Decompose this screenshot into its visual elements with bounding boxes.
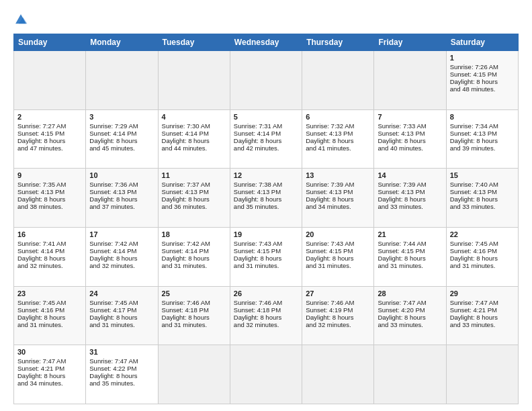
day-number: 30 <box>17 348 82 356</box>
day-number: 16 <box>17 230 82 238</box>
daylight-text: Daylight: 8 hours <box>450 255 515 262</box>
daylight-text-2: and 31 minutes. <box>162 262 226 269</box>
daylight-text: Daylight: 8 hours <box>17 372 82 379</box>
calendar-cell: 23Sunrise: 7:45 AMSunset: 4:16 PMDayligh… <box>14 286 86 345</box>
sunset-text: Sunset: 4:13 PM <box>162 188 226 195</box>
sunset-text: Sunset: 4:13 PM <box>306 130 370 137</box>
sunrise-text: Sunrise: 7:26 AM <box>450 63 515 71</box>
daylight-text: Daylight: 8 hours <box>450 78 515 85</box>
daylight-text: Daylight: 8 hours <box>162 137 226 144</box>
daylight-text: Daylight: 8 hours <box>306 314 370 321</box>
daylight-text: Daylight: 8 hours <box>17 255 82 262</box>
calendar-week-row: 2Sunrise: 7:27 AMSunset: 4:15 PMDaylight… <box>14 109 519 169</box>
calendar-cell: 4Sunrise: 7:30 AMSunset: 4:14 PMDaylight… <box>158 109 230 169</box>
day-number: 28 <box>378 289 442 298</box>
sunrise-text: Sunrise: 7:38 AM <box>234 181 298 188</box>
sunset-text: Sunset: 4:13 PM <box>450 188 515 195</box>
calendar-cell: 17Sunrise: 7:42 AMSunset: 4:14 PMDayligh… <box>86 227 158 286</box>
sunrise-text: Sunrise: 7:47 AM <box>450 299 515 306</box>
calendar-cell: 19Sunrise: 7:43 AMSunset: 4:15 PMDayligh… <box>230 227 302 286</box>
daylight-text: Daylight: 8 hours <box>89 372 154 379</box>
sunrise-text: Sunrise: 7:27 AM <box>17 122 82 130</box>
daylight-text-2: and 41 minutes. <box>306 144 370 152</box>
daylight-text: Daylight: 8 hours <box>89 255 154 262</box>
sunset-text: Sunset: 4:13 PM <box>234 188 298 195</box>
calendar-table: SundayMondayTuesdayWednesdayThursdayFrid… <box>13 34 519 404</box>
daylight-text: Daylight: 8 hours <box>450 314 515 321</box>
sunrise-text: Sunrise: 7:37 AM <box>162 181 226 188</box>
daylight-text: Daylight: 8 hours <box>89 314 154 321</box>
sunrise-text: Sunrise: 7:36 AM <box>89 181 154 188</box>
sunset-text: Sunset: 4:13 PM <box>378 130 442 137</box>
sunset-text: Sunset: 4:17 PM <box>89 306 154 314</box>
day-header-wednesday: Wednesday <box>230 34 302 51</box>
day-number: 18 <box>162 230 226 238</box>
daylight-text-2: and 32 minutes. <box>306 321 370 328</box>
sunrise-text: Sunrise: 7:47 AM <box>17 357 82 365</box>
sunset-text: Sunset: 4:14 PM <box>162 130 226 137</box>
calendar-cell <box>374 51 446 110</box>
sunset-text: Sunset: 4:13 PM <box>450 130 515 137</box>
sunset-text: Sunset: 4:14 PM <box>17 247 82 255</box>
calendar-cell: 20Sunrise: 7:43 AMSunset: 4:15 PMDayligh… <box>302 227 374 286</box>
sunrise-text: Sunrise: 7:45 AM <box>450 240 515 247</box>
daylight-text: Daylight: 8 hours <box>89 137 154 144</box>
calendar-week-row: 16Sunrise: 7:41 AMSunset: 4:14 PMDayligh… <box>14 227 519 286</box>
logo-icon <box>13 12 28 27</box>
day-number: 5 <box>234 113 298 121</box>
sunrise-text: Sunrise: 7:34 AM <box>450 122 515 130</box>
daylight-text-2: and 35 minutes. <box>89 379 154 387</box>
calendar-cell <box>374 345 446 404</box>
sunrise-text: Sunrise: 7:42 AM <box>162 240 226 247</box>
calendar-cell: 7Sunrise: 7:33 AMSunset: 4:13 PMDaylight… <box>374 109 446 169</box>
daylight-text-2: and 45 minutes. <box>89 144 154 152</box>
daylight-text-2: and 31 minutes. <box>306 262 370 269</box>
daylight-text-2: and 33 minutes. <box>450 321 515 328</box>
sunset-text: Sunset: 4:15 PM <box>234 247 298 255</box>
calendar-header-row: SundayMondayTuesdayWednesdayThursdayFrid… <box>14 34 519 51</box>
day-number: 4 <box>162 113 226 121</box>
calendar-cell: 21Sunrise: 7:44 AMSunset: 4:15 PMDayligh… <box>374 227 446 286</box>
calendar-cell <box>158 345 230 404</box>
daylight-text-2: and 31 minutes. <box>17 321 82 328</box>
calendar-cell <box>446 345 518 404</box>
sunrise-text: Sunrise: 7:32 AM <box>306 122 370 130</box>
calendar-cell: 31Sunrise: 7:47 AMSunset: 4:22 PMDayligh… <box>86 345 158 404</box>
calendar-cell <box>230 51 302 110</box>
calendar-cell: 13Sunrise: 7:39 AMSunset: 4:13 PMDayligh… <box>302 169 374 228</box>
sunrise-text: Sunrise: 7:29 AM <box>89 122 154 130</box>
day-number: 8 <box>450 113 515 121</box>
calendar-cell: 24Sunrise: 7:45 AMSunset: 4:17 PMDayligh… <box>86 286 158 345</box>
calendar-cell: 28Sunrise: 7:47 AMSunset: 4:20 PMDayligh… <box>374 286 446 345</box>
daylight-text: Daylight: 8 hours <box>378 255 442 262</box>
sunrise-text: Sunrise: 7:44 AM <box>378 240 442 247</box>
daylight-text-2: and 39 minutes. <box>450 144 515 152</box>
daylight-text: Daylight: 8 hours <box>306 137 370 144</box>
calendar-cell: 30Sunrise: 7:47 AMSunset: 4:21 PMDayligh… <box>14 345 86 404</box>
sunset-text: Sunset: 4:15 PM <box>450 71 515 78</box>
daylight-text: Daylight: 8 hours <box>306 255 370 262</box>
calendar-cell: 14Sunrise: 7:39 AMSunset: 4:13 PMDayligh… <box>374 169 446 228</box>
sunrise-text: Sunrise: 7:40 AM <box>450 181 515 188</box>
day-number: 27 <box>306 289 370 298</box>
daylight-text: Daylight: 8 hours <box>234 195 298 203</box>
daylight-text-2: and 33 minutes. <box>378 203 442 210</box>
sunset-text: Sunset: 4:21 PM <box>450 306 515 314</box>
daylight-text: Daylight: 8 hours <box>89 195 154 203</box>
sunrise-text: Sunrise: 7:46 AM <box>162 299 226 306</box>
calendar-cell: 6Sunrise: 7:32 AMSunset: 4:13 PMDaylight… <box>302 109 374 169</box>
daylight-text-2: and 38 minutes. <box>17 203 82 210</box>
day-number: 13 <box>306 171 370 179</box>
day-number: 3 <box>89 113 154 121</box>
calendar-cell <box>230 345 302 404</box>
day-number: 9 <box>17 171 82 179</box>
daylight-text-2: and 35 minutes. <box>234 203 298 210</box>
day-number: 24 <box>89 289 154 298</box>
sunset-text: Sunset: 4:13 PM <box>306 188 370 195</box>
day-number: 31 <box>89 348 154 356</box>
sunset-text: Sunset: 4:16 PM <box>450 247 515 255</box>
sunrise-text: Sunrise: 7:31 AM <box>234 122 298 130</box>
sunset-text: Sunset: 4:13 PM <box>378 188 442 195</box>
daylight-text-2: and 31 minutes. <box>450 262 515 269</box>
day-header-tuesday: Tuesday <box>158 34 230 51</box>
